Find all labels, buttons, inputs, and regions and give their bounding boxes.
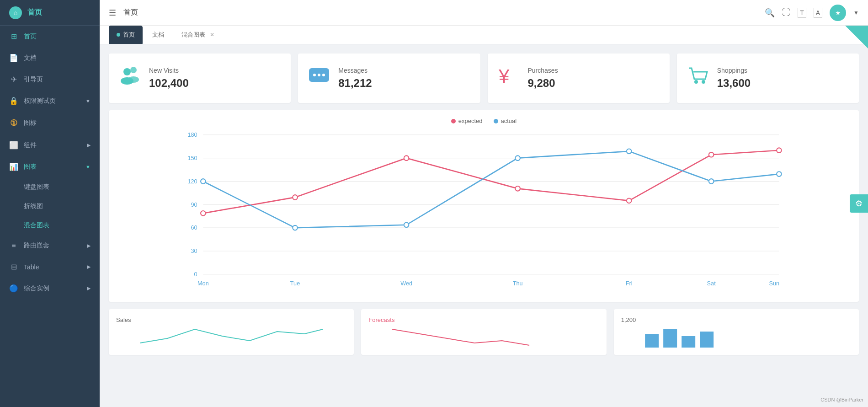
chart-legend: expected actual — [116, 118, 852, 124]
revenue-chart-svg — [621, 325, 852, 348]
messages-icon — [307, 64, 331, 92]
sidebar-item-icons[interactable]: ① 图标 — [0, 112, 100, 134]
svg-text:Fri: Fri — [626, 280, 633, 287]
avatar-arrow[interactable]: ▼ — [853, 10, 859, 16]
sidebar-item-label: 文档 — [24, 54, 37, 62]
svg-text:Tue: Tue — [290, 280, 300, 287]
watermark: CSDN @BinParker — [820, 397, 863, 402]
sidebar-sub-item-label: 键盘图表 — [24, 183, 49, 191]
sidebar-sub-item-keyboard-chart[interactable]: 键盘图表 — [0, 177, 100, 197]
chevron-right-icon: ▶ — [87, 243, 91, 249]
svg-text:180: 180 — [188, 132, 197, 138]
bottom-chart-sales: Sales — [109, 309, 354, 355]
legend-expected: expected — [451, 118, 483, 124]
search-icon[interactable]: 🔍 — [765, 8, 775, 18]
svg-point-30 — [627, 198, 632, 204]
svg-point-31 — [709, 152, 714, 157]
stat-value: 102,400 — [149, 77, 189, 90]
stat-value: 13,600 — [717, 77, 751, 90]
chevron-down-icon: ▼ — [85, 98, 91, 104]
bottom-chart-revenue: 1,200 — [614, 309, 859, 355]
charts-icon: 📊 — [9, 162, 18, 171]
forecasts-label: Forecasts — [368, 316, 599, 323]
sidebar-item-docs[interactable]: 📄 文档 — [0, 47, 100, 69]
main-chart: expected actual 180 150 120 90 60 30 0 — [109, 110, 859, 302]
svg-point-26 — [201, 211, 206, 216]
svg-text:Thu: Thu — [513, 280, 523, 287]
legend-dot-expected — [451, 119, 456, 123]
page-title: 首页 — [123, 8, 765, 17]
tab-home[interactable]: 首页 — [109, 26, 143, 44]
chevron-down-icon: ▼ — [85, 164, 91, 170]
svg-rect-49 — [682, 336, 695, 348]
sidebar-item-home[interactable]: ⊞ 首页 — [0, 26, 100, 47]
stat-card-purchases: ¥ Purchases 9,280 — [488, 54, 670, 103]
svg-point-38 — [709, 179, 714, 184]
svg-point-0 — [123, 68, 131, 75]
stat-label: Messages — [338, 67, 372, 74]
stat-card-messages: Messages 81,212 — [298, 54, 480, 103]
close-icon[interactable]: ✕ — [210, 32, 214, 38]
svg-point-34 — [293, 225, 298, 230]
tab-label: 混合图表 — [181, 31, 205, 39]
sidebar-item-label: 组件 — [24, 141, 37, 150]
stat-info: Shoppings 13,600 — [717, 67, 751, 90]
menu-icon[interactable]: ☰ — [109, 8, 116, 18]
sidebar-logo[interactable]: ⌂ 首页 — [0, 0, 100, 26]
sidebar: ⌂ 首页 ⊞ 首页 📄 文档 ✈ 引导页 🔒 权限测试页 ▼ ① 图标 ⬜ 组件… — [0, 0, 100, 407]
fullscreen-icon[interactable]: ⛶ — [782, 8, 790, 17]
legend-label-actual: actual — [501, 118, 517, 124]
sidebar-item-charts[interactable]: 📊 图表 ▼ — [0, 156, 100, 177]
table-icon: ⊟ — [9, 262, 18, 271]
forecasts-chart-svg — [368, 325, 599, 348]
svg-point-6 — [318, 74, 320, 76]
sidebar-item-examples[interactable]: 🔵 综合实例 ▶ — [0, 278, 100, 299]
sidebar-logo-title: 首页 — [27, 8, 42, 17]
stat-label: Purchases — [528, 67, 558, 74]
svg-point-7 — [322, 74, 325, 76]
sidebar-item-components[interactable]: ⬜ 组件 ▶ — [0, 134, 100, 156]
sidebar-item-label: 图表 — [24, 163, 37, 171]
lock-icon: 🔒 — [9, 96, 18, 105]
sidebar-item-label: 权限测试页 — [24, 97, 56, 105]
svg-rect-47 — [645, 334, 659, 348]
svg-text:Sun: Sun — [769, 280, 780, 287]
svg-text:Sat: Sat — [707, 280, 716, 287]
avatar[interactable]: ★ — [830, 5, 846, 21]
tab-docs[interactable]: 文档 — [144, 26, 172, 44]
guide-icon: ✈ — [9, 75, 18, 84]
sidebar-item-guide[interactable]: ✈ 引导页 — [0, 69, 100, 90]
chevron-right-icon: ▶ — [87, 142, 91, 148]
stat-card-shoppings: Shoppings 13,600 — [677, 54, 859, 103]
svg-point-10 — [702, 80, 705, 84]
svg-point-39 — [777, 171, 782, 177]
sidebar-item-table[interactable]: ⊟ Table ▶ — [0, 256, 100, 278]
translate-icon[interactable]: T — [798, 8, 806, 18]
tab-mixed-chart[interactable]: 混合图表 ✕ — [174, 26, 222, 44]
sales-label: Sales — [116, 316, 346, 323]
chevron-right-icon: ▶ — [87, 285, 91, 291]
svg-point-29 — [515, 186, 520, 191]
settings-button[interactable]: ⚙ — [850, 194, 868, 213]
sales-chart-svg — [116, 325, 346, 348]
components-icon: ⬜ — [9, 141, 18, 150]
sidebar-item-auth[interactable]: 🔒 权限测试页 ▼ — [0, 90, 100, 112]
svg-point-9 — [694, 80, 698, 84]
sidebar-item-label: 首页 — [24, 32, 37, 41]
sidebar-sub-item-label: 折线图 — [24, 202, 43, 210]
legend-actual: actual — [494, 118, 517, 124]
topbar-actions: 🔍 ⛶ T A ★ ▼ — [765, 5, 859, 21]
sidebar-item-label: 综合实例 — [24, 284, 49, 293]
sidebar-item-routing[interactable]: ≡ 路由嵌套 ▶ — [0, 235, 100, 256]
svg-point-32 — [777, 148, 782, 153]
bottom-charts: Sales Forecasts 1,200 — [109, 309, 859, 355]
purchases-icon: ¥ — [497, 64, 521, 92]
sidebar-sub-item-mixed-chart[interactable]: 混合图表 — [0, 216, 100, 235]
stat-info: Purchases 9,280 — [528, 67, 558, 90]
stat-label: Shoppings — [717, 67, 751, 74]
svg-point-28 — [404, 155, 409, 161]
svg-point-1 — [130, 67, 137, 73]
sidebar-sub-item-line-chart[interactable]: 折线图 — [0, 197, 100, 216]
legend-dot-actual — [494, 119, 498, 123]
lang-icon[interactable]: A — [814, 8, 822, 18]
